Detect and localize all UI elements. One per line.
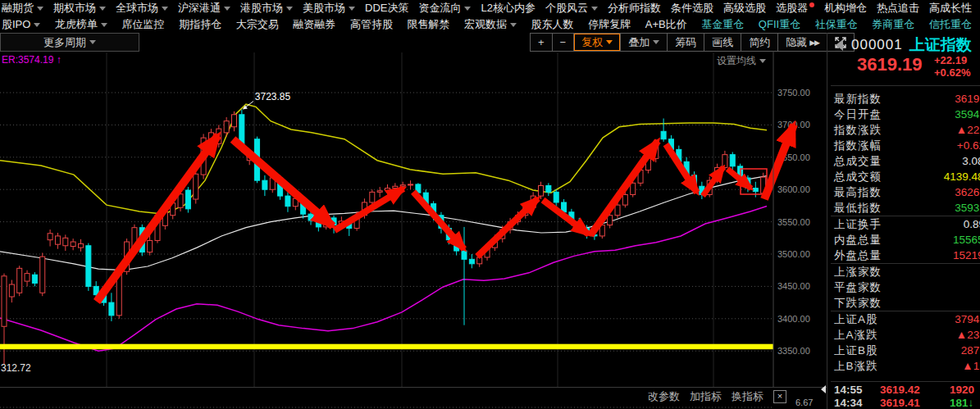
ma-settings-button[interactable]: 设置均线 xyxy=(717,54,766,68)
add-indicator-button[interactable]: 加指标 xyxy=(690,389,722,404)
menu-item-7[interactable]: 资金流向 xyxy=(418,1,471,16)
toolbar-button-筹码[interactable]: 筹码 xyxy=(667,34,704,51)
y-axis-label: 3450.00 xyxy=(777,281,810,291)
menu-item-10[interactable]: 分析师指数 xyxy=(608,1,661,16)
menu-item2-6[interactable]: 高管持股 xyxy=(350,17,393,32)
panel-divider xyxy=(831,85,980,86)
quote-field-row: 最低指数3593.81 xyxy=(831,200,980,216)
field-label: 上B涨跌 xyxy=(834,360,878,372)
field-value: 3.08亿 xyxy=(962,153,980,169)
menu-item2-5[interactable]: 融资融券 xyxy=(293,17,335,32)
chevron-down-icon xyxy=(37,7,43,11)
menu-item2-3[interactable]: 期指持仓 xyxy=(179,17,221,32)
candlestick xyxy=(2,276,7,326)
menu-item-12[interactable]: 高级选股 xyxy=(723,1,766,16)
candlestick xyxy=(32,275,37,283)
quote-field-row: 最新指数3619.19 xyxy=(831,91,980,107)
menu-item2-4[interactable]: 大宗交易 xyxy=(236,17,279,32)
candlestick xyxy=(9,284,14,297)
candlestick xyxy=(194,174,198,199)
tab-more-periods[interactable]: 更多周期 xyxy=(0,33,139,52)
field-label: 外盘总量 xyxy=(834,249,882,261)
toolbar-button-画线[interactable]: 画线 xyxy=(704,34,741,51)
quote-field-row: 指数涨幅+0.62% xyxy=(831,138,980,153)
toolbar-button-叠加[interactable]: 叠加 xyxy=(620,34,667,51)
chevron-down-icon xyxy=(510,23,517,27)
menu-item2-10[interactable]: 停牌复牌 xyxy=(588,17,631,32)
field-label: 上证B股 xyxy=(834,344,878,357)
field-value: 15565万 xyxy=(953,232,980,248)
quote-header: 000001 上证指数 xyxy=(831,34,972,56)
menu-item-15[interactable]: 热点追击 xyxy=(877,1,919,16)
quote-field-row: 上证换手0.89% xyxy=(831,216,980,232)
menu-item2-15[interactable]: 券商重仓 xyxy=(872,17,914,32)
trend-arrow xyxy=(590,141,658,235)
menu-item-9[interactable]: 个股风云 xyxy=(545,1,598,16)
field-label: 上证换手 xyxy=(834,218,882,230)
app-window: 融期货期权市场全球市场沪深港通港股市场美股市场DDE决策资金流向L2核心内参个股… xyxy=(0,0,980,409)
candlestick xyxy=(109,302,114,316)
menu-bar-row1: 融期货期权市场全球市场沪深港通港股市场美股市场DDE决策资金流向L2核心内参个股… xyxy=(0,0,980,16)
menu-item2-14[interactable]: 社保重仓 xyxy=(815,17,858,32)
field-label: 指数涨幅 xyxy=(834,139,882,152)
toolbar-button-+[interactable]: + xyxy=(531,34,552,51)
candlestick xyxy=(622,195,627,206)
menu-item2-16[interactable]: 信托重仓 xyxy=(929,17,972,32)
menu-item-8[interactable]: L2核心内参 xyxy=(481,1,535,16)
menu-item-6[interactable]: DDE决策 xyxy=(365,1,408,16)
menu-item2-9[interactable]: 股东人数 xyxy=(531,17,574,32)
candlestick xyxy=(71,242,75,247)
price-change: +22.19+0.62% xyxy=(934,54,970,79)
band-bottom-value: 312.72 xyxy=(1,362,31,374)
candlestick xyxy=(232,115,237,127)
y-axis-label: 3550.00 xyxy=(777,217,810,227)
field-value: 3794.14 xyxy=(955,311,980,327)
menu-item2-1[interactable]: 龙虎榜单 xyxy=(55,17,107,32)
panel-splitter[interactable] xyxy=(827,33,827,409)
switch-indicator-button[interactable]: 换指标 xyxy=(732,389,763,404)
candlestick xyxy=(17,268,22,293)
back-arrow-icon[interactable] xyxy=(836,39,843,51)
field-label: 今日开盘 xyxy=(834,108,882,120)
menu-item-16[interactable]: 高成长性 xyxy=(929,1,972,16)
kline-chart[interactable]: 3750.003700.003650.003600.003550.003500.… xyxy=(0,51,827,409)
toolbar-button-复权[interactable]: 复权 xyxy=(573,34,620,51)
candlestick xyxy=(393,186,398,188)
quote-field-row: 指数涨跌▲22.19 xyxy=(831,122,980,138)
menu-item-11[interactable]: 条件选股 xyxy=(671,1,713,16)
toolbar-button-简约[interactable]: 简约 xyxy=(741,34,777,51)
menu-item2-13[interactable]: QFII重仓 xyxy=(759,17,800,32)
field-label: 上涨家数 xyxy=(834,266,882,278)
splitter-collapse-icon[interactable] xyxy=(821,385,826,393)
menu-item2-2[interactable]: 席位监控 xyxy=(122,17,165,32)
peak-value-annotation: 3723.85 xyxy=(255,91,291,102)
menu-item-3[interactable]: 沪深港通 xyxy=(178,1,230,16)
menu-item-0[interactable]: 融期货 xyxy=(2,1,43,16)
tick-cell: 14:34 xyxy=(834,397,863,409)
toolbar-button-−[interactable]: − xyxy=(552,34,574,51)
menu-item-1[interactable]: 期权市场 xyxy=(53,1,106,16)
stock-name: 上证指数 xyxy=(909,34,972,56)
toolbar-button-隐藏[interactable]: 隐藏▶▶ xyxy=(777,34,827,51)
menu-item2-12[interactable]: 基金重仓 xyxy=(701,17,744,32)
quote-field-row: 上B涨跌▲1.57 xyxy=(831,358,980,374)
menu-item2-0[interactable]: 股IPO xyxy=(2,17,40,32)
menu-item2-7[interactable]: 限售解禁 xyxy=(407,17,449,32)
menu-item-14[interactable]: 机构增仓 xyxy=(824,1,867,16)
indicator-controls: 改参数 加指标 换指标 × xyxy=(648,389,786,404)
menu-item-5[interactable]: 美股市场 xyxy=(303,1,355,16)
menu-item2-8[interactable]: 宏观数据 xyxy=(464,17,517,32)
menu-item-2[interactable]: 全球市场 xyxy=(116,1,168,16)
chevron-down-icon xyxy=(464,7,471,11)
menu-item-13[interactable]: 选股器 xyxy=(776,1,814,16)
menu-item2-11[interactable]: A+B比价 xyxy=(645,17,687,32)
field-value: 4139.48亿 xyxy=(944,169,980,184)
trend-arrow xyxy=(413,192,464,249)
field-label: 指数涨跌 xyxy=(834,124,882,136)
change-params-button[interactable]: 改参数 xyxy=(648,389,680,404)
close-indicator-icon[interactable]: × xyxy=(773,390,786,403)
field-label: 上证A股 xyxy=(834,313,878,325)
sub-pane-axis-value: 6.67 xyxy=(795,398,813,407)
menu-item-4[interactable]: 港股市场 xyxy=(240,1,293,16)
field-label: 上A涨跌 xyxy=(834,329,878,341)
